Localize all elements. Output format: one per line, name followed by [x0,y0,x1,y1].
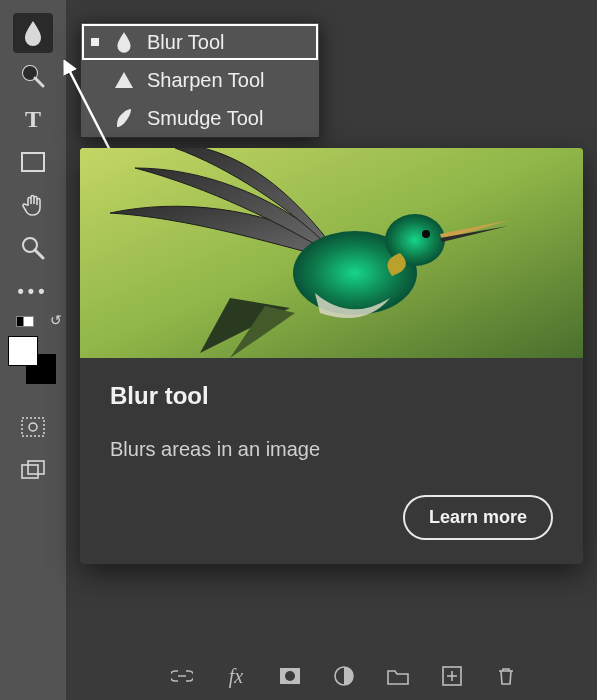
tool-hand[interactable] [13,185,53,225]
tool-tooltip-card: Blur tool Blurs areas in an image Learn … [80,148,583,564]
tool-quickmask[interactable] [13,407,53,447]
dodge-icon [20,63,46,89]
artboard-icon [21,460,45,480]
svg-rect-6 [22,418,44,436]
app-root: T ••• ↺ [0,0,597,700]
flyout-item-blur[interactable]: Blur Tool [81,23,319,61]
learn-more-button[interactable]: Learn more [403,495,553,540]
tool-zoom[interactable] [13,228,53,268]
link-icon[interactable] [170,664,194,688]
selected-indicator [91,38,99,46]
tool-strip: T ••• ↺ [0,0,66,700]
type-icon: T [25,106,41,133]
tool-flyout-menu: Blur Tool Sharpen Tool Smudge Tool [80,22,320,138]
triangle-icon [113,69,135,91]
svg-point-16 [285,671,295,681]
mask-icon[interactable] [278,664,302,688]
trash-icon[interactable] [494,664,518,688]
tool-type[interactable]: T [13,99,53,139]
svg-point-14 [422,230,430,238]
flyout-item-smudge[interactable]: Smudge Tool [81,99,319,137]
flyout-item-label: Blur Tool [147,31,224,54]
flyout-item-label: Smudge Tool [147,107,263,130]
fx-icon[interactable]: fx [224,664,248,688]
svg-line-2 [35,78,43,86]
swap-colors-icon[interactable]: ↺ [50,312,62,328]
tooltip-body: Blur tool Blurs areas in an image Learn … [80,358,583,564]
tooltip-title: Blur tool [110,382,553,410]
svg-point-7 [29,423,37,431]
foreground-swatch[interactable] [8,336,38,366]
hand-icon [21,193,45,217]
svg-line-5 [35,250,43,258]
tooltip-description: Blurs areas in an image [110,438,553,461]
svg-rect-9 [28,461,44,474]
layers-panel-footer: fx [170,658,518,694]
hummingbird-illustration [80,148,583,358]
flyout-item-sharpen[interactable]: Sharpen Tool [81,61,319,99]
svg-rect-3 [22,153,44,171]
tool-more[interactable]: ••• [13,271,53,311]
group-icon[interactable] [386,664,410,688]
smudge-icon [113,107,135,129]
new-layer-icon[interactable] [440,664,464,688]
more-icon: ••• [18,281,49,302]
svg-rect-8 [22,465,38,478]
default-colors-icon[interactable] [16,312,34,331]
tool-blur[interactable] [13,13,53,53]
tool-dodge[interactable] [13,56,53,96]
adjustment-icon[interactable] [332,664,356,688]
tooltip-hero-image [80,148,583,358]
zoom-icon [20,235,46,261]
drop-icon [22,20,44,46]
selection-mask-icon [21,417,45,437]
drop-icon [113,31,135,53]
flyout-item-label: Sharpen Tool [147,69,265,92]
tool-rectangle[interactable] [13,142,53,182]
rectangle-icon [21,152,45,172]
color-swatch[interactable] [8,336,58,386]
tool-screenmode[interactable] [13,450,53,490]
